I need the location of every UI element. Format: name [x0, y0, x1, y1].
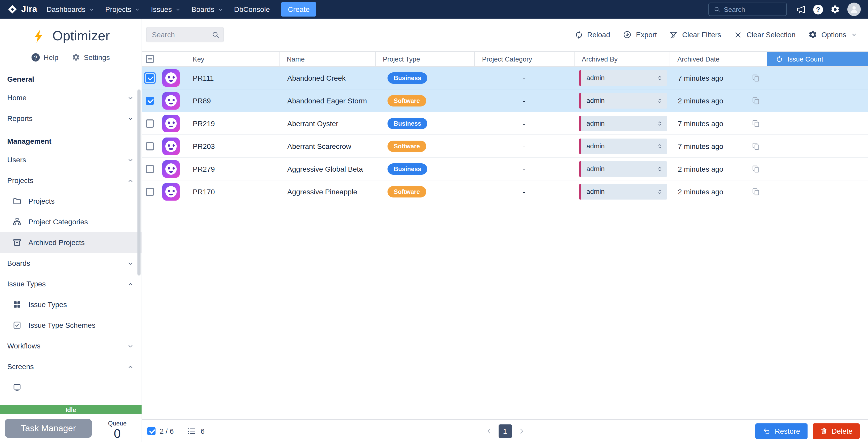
- help-icon: [32, 53, 40, 61]
- row-checkbox[interactable]: [146, 119, 154, 127]
- row-checkbox[interactable]: [146, 74, 154, 82]
- sidebar-item-home[interactable]: Home: [0, 87, 142, 108]
- sidebar: Optimizer Help Settings General Home Rep…: [0, 19, 142, 442]
- chevron-left-icon[interactable]: [485, 427, 493, 435]
- create-button[interactable]: Create: [281, 2, 316, 17]
- toolbar-actions: Reload Export Clear Filters Clear Select…: [574, 30, 858, 39]
- sidebar-item-screens-sub[interactable]: [0, 377, 142, 397]
- project-name[interactable]: Aberrant Scarecrow: [279, 135, 375, 157]
- copy-icon[interactable]: [752, 165, 760, 173]
- announcements-icon[interactable]: [796, 4, 806, 14]
- project-name[interactable]: Aggressive Pineapple: [279, 180, 375, 203]
- clear-selection-button[interactable]: Clear Selection: [734, 30, 796, 39]
- help-icon[interactable]: [813, 4, 823, 14]
- sidebar-item-issue-types[interactable]: Issue Types: [0, 273, 142, 294]
- column-header-issue-count[interactable]: Issue Count: [767, 52, 868, 66]
- column-header-name[interactable]: Name: [279, 52, 375, 66]
- table-row[interactable]: PR203 Aberrant Scarecrow Software - admi…: [142, 135, 868, 158]
- copy-icon[interactable]: [752, 74, 760, 82]
- project-name[interactable]: Aggressive Global Beta: [279, 158, 375, 180]
- column-header-key[interactable]: Key: [184, 52, 279, 66]
- delete-button[interactable]: Delete: [812, 423, 860, 439]
- column-header-archived-by[interactable]: Archived By: [574, 52, 670, 66]
- footer-checkbox[interactable]: [147, 427, 156, 435]
- global-search-input[interactable]: [724, 5, 782, 13]
- project-key[interactable]: PR89: [184, 89, 279, 112]
- sidebar-item-boards[interactable]: Boards: [0, 253, 142, 273]
- copy-icon[interactable]: [752, 96, 760, 105]
- row-checkbox[interactable]: [146, 142, 154, 150]
- row-checkbox[interactable]: [146, 187, 154, 196]
- export-button[interactable]: Export: [623, 30, 657, 39]
- archived-by-select[interactable]: admin: [579, 116, 667, 131]
- task-manager-button[interactable]: Task Manager: [5, 419, 92, 438]
- restore-button[interactable]: Restore: [755, 423, 807, 439]
- project-category: -: [474, 180, 574, 203]
- sidebar-item-screens[interactable]: Screens: [0, 356, 142, 377]
- sidebar-item-archived-projects[interactable]: Archived Projects: [0, 232, 142, 253]
- queue-count: 0: [108, 427, 127, 440]
- table-search[interactable]: [146, 27, 224, 42]
- project-key[interactable]: PR111: [184, 67, 279, 89]
- table-row[interactable]: PR111 Abandoned Creek Business - admin 7…: [142, 67, 868, 89]
- table-row[interactable]: PR219 Aberrant Oyster Business - admin 7…: [142, 112, 868, 135]
- copy-icon[interactable]: [752, 187, 760, 196]
- sidebar-scrollbar[interactable]: [137, 89, 141, 275]
- global-search[interactable]: [708, 3, 787, 16]
- project-key[interactable]: PR170: [184, 180, 279, 203]
- menu-dashboards[interactable]: Dashboards: [46, 5, 95, 13]
- sidebar-item-issue-type-schemes[interactable]: Issue Type Schemes: [0, 315, 142, 335]
- table-row[interactable]: PR279 Aggressive Global Beta Business - …: [142, 158, 868, 180]
- chevron-right-icon[interactable]: [517, 427, 525, 435]
- menu-projects[interactable]: Projects: [105, 5, 141, 13]
- archived-by-select[interactable]: admin: [579, 93, 667, 108]
- chevron-down-icon: [217, 6, 224, 13]
- table-header: Key Name Project Type Project Category A…: [142, 51, 868, 67]
- unfold-icon: [656, 188, 663, 195]
- table-row[interactable]: PR170 Aggressive Pineapple Software - ad…: [142, 180, 868, 203]
- menu-issues[interactable]: Issues: [151, 5, 181, 13]
- column-header-archived-date[interactable]: Archived Date: [670, 52, 767, 66]
- reload-icon: [574, 30, 583, 39]
- sidebar-item-issue-types-sub[interactable]: Issue Types: [0, 294, 142, 315]
- avatar-face: [165, 186, 177, 197]
- copy-icon[interactable]: [752, 142, 760, 150]
- archived-by-select[interactable]: admin: [579, 184, 667, 199]
- page-current[interactable]: 1: [498, 424, 512, 438]
- project-key[interactable]: PR203: [184, 135, 279, 157]
- project-name[interactable]: Abandoned Eager Storm: [279, 89, 375, 112]
- gear-icon[interactable]: [830, 4, 840, 14]
- menu-boards[interactable]: Boards: [191, 5, 224, 13]
- jira-brand[interactable]: Jira: [7, 4, 37, 14]
- select-all-checkbox[interactable]: [146, 55, 154, 63]
- chevron-up-icon: [127, 177, 134, 184]
- sidebar-item-projects-sub[interactable]: Projects: [0, 191, 142, 211]
- column-header-project-type[interactable]: Project Type: [375, 52, 474, 66]
- project-name[interactable]: Abandoned Creek: [279, 67, 375, 89]
- clear-filters-button[interactable]: Clear Filters: [669, 30, 721, 39]
- project-key[interactable]: PR279: [184, 158, 279, 180]
- copy-icon[interactable]: [752, 119, 760, 127]
- archived-by-select[interactable]: admin: [579, 161, 667, 177]
- table-row[interactable]: PR89 Abandoned Eager Storm Software - ad…: [142, 89, 868, 112]
- sidebar-item-users[interactable]: Users: [0, 149, 142, 170]
- row-checkbox[interactable]: [146, 165, 154, 173]
- sidebar-item-project-categories[interactable]: Project Categories: [0, 211, 142, 232]
- archived-by-select[interactable]: admin: [579, 138, 667, 154]
- reload-button[interactable]: Reload: [574, 30, 610, 39]
- sidebar-item-workflows[interactable]: Workflows: [0, 335, 142, 356]
- project-name[interactable]: Aberrant Oyster: [279, 112, 375, 135]
- menu-dbconsole[interactable]: DbConsole: [234, 5, 270, 13]
- column-header-project-category[interactable]: Project Category: [474, 52, 574, 66]
- row-checkbox[interactable]: [146, 96, 154, 105]
- archived-by-select[interactable]: admin: [579, 70, 667, 86]
- options-button[interactable]: Options: [808, 30, 858, 39]
- sidebar-item-reports[interactable]: Reports: [0, 108, 142, 129]
- avatar[interactable]: [847, 3, 861, 16]
- sidebar-item-projects[interactable]: Projects: [0, 170, 142, 191]
- avatar-face: [165, 140, 177, 152]
- help-link[interactable]: Help: [32, 53, 59, 61]
- project-key[interactable]: PR219: [184, 112, 279, 135]
- top-menu: Dashboards Projects Issues Boards DbCons…: [46, 2, 316, 17]
- settings-link[interactable]: Settings: [72, 53, 110, 61]
